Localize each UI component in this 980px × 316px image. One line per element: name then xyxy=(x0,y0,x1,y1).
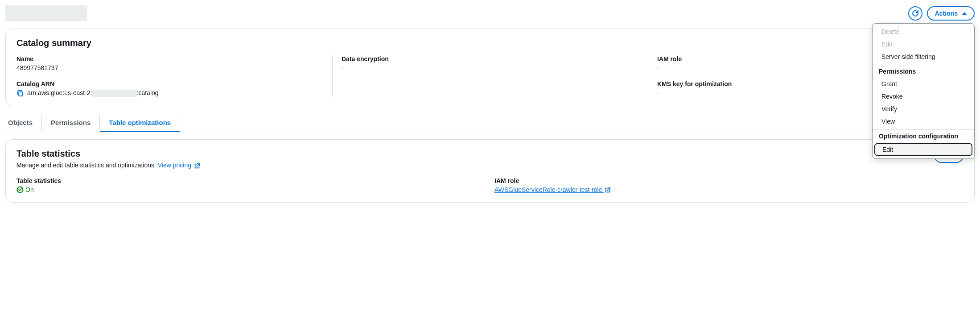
actions-button[interactable]: Actions xyxy=(927,6,975,21)
stats-iam-label: IAM role xyxy=(494,177,964,184)
actions-dropdown: Delete Edit Server-side filtering Permis… xyxy=(872,23,975,159)
encryption-label: Data encryption xyxy=(342,55,639,62)
dropdown-optimization-header: Optimization configuration xyxy=(873,129,974,142)
name-label: Name xyxy=(16,55,323,62)
check-circle-icon xyxy=(16,186,24,193)
dropdown-edit: Edit xyxy=(873,38,974,50)
tab-objects[interactable]: Objects xyxy=(5,114,42,132)
dropdown-grant[interactable]: Grant xyxy=(873,78,974,90)
view-pricing-link[interactable]: View pricing xyxy=(158,162,200,169)
tabs-bar: Objects Permissions Table optimizations xyxy=(5,114,975,132)
table-statistics-title: Table statistics xyxy=(16,149,200,159)
external-link-icon xyxy=(605,187,611,193)
dropdown-optimization-edit[interactable]: Edit xyxy=(874,143,972,156)
tab-table-optimizations[interactable]: Table optimizations xyxy=(100,114,180,132)
stats-iam-link[interactable]: AWSGlueServiceRole-crawler-test-role xyxy=(494,186,611,193)
actions-label: Actions xyxy=(935,10,958,17)
dropdown-server-side-filtering[interactable]: Server-side filtering xyxy=(873,50,974,63)
refresh-button[interactable] xyxy=(908,6,922,21)
arn-value: arn:aws:glue:us-east-2::catalog xyxy=(27,89,159,97)
svg-rect-0 xyxy=(19,92,23,96)
name-value: 489977581737 xyxy=(16,64,323,71)
dropdown-revoke[interactable]: Revoke xyxy=(873,90,974,103)
dropdown-delete: Delete xyxy=(873,25,974,38)
caret-up-icon xyxy=(962,12,967,15)
encryption-value: - xyxy=(342,64,639,71)
dropdown-permissions-header: Permissions xyxy=(873,65,974,78)
table-stats-label: Table statistics xyxy=(16,177,486,184)
dropdown-verify[interactable]: Verify xyxy=(873,103,974,115)
dropdown-view[interactable]: View xyxy=(873,115,974,128)
catalog-summary-title: Catalog summary xyxy=(16,38,964,48)
arn-redacted xyxy=(92,90,137,97)
refresh-icon xyxy=(912,10,919,17)
table-statistics-panel: Table statistics Manage and edit table s… xyxy=(5,139,975,203)
tab-permissions[interactable]: Permissions xyxy=(42,114,100,132)
table-stats-status: On xyxy=(16,186,486,193)
table-statistics-subtitle: Manage and edit table statistics and opt… xyxy=(16,162,200,169)
breadcrumb-placeholder xyxy=(5,5,87,21)
catalog-summary-panel: Catalog summary Name 489977581737 Catalo… xyxy=(5,29,975,106)
copy-icon[interactable] xyxy=(16,90,24,97)
external-link-icon xyxy=(194,163,200,169)
arn-label: Catalog ARN xyxy=(16,80,323,87)
